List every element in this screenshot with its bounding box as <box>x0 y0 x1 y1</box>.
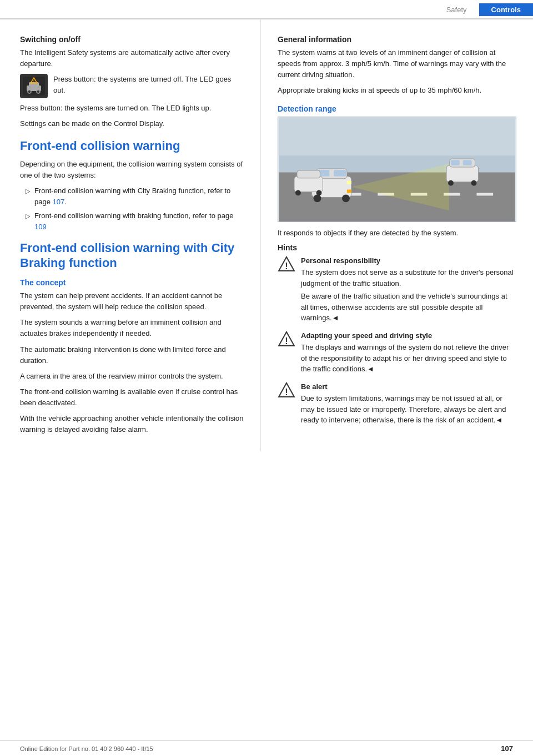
link-109[interactable]: 109 <box>34 223 47 231</box>
concept-title: The concept <box>20 278 244 287</box>
button-icon: ! <box>20 74 48 98</box>
concept-p1: The ystem can help prevent accidents. If… <box>20 290 244 313</box>
hint2-text: The displays and warnings of the system … <box>301 342 516 375</box>
hint-icon-2: ! <box>278 330 295 348</box>
switching-p1: The Intelligent Safety systems are autom… <box>20 47 244 69</box>
general-p2: Appropriate braking kicks in at speeds o… <box>278 85 516 96</box>
bullet-text-1: Front-end collision warning with City Br… <box>34 185 244 207</box>
svg-text:!: ! <box>285 387 288 397</box>
hint-content-3: Be alert Due to system limitations, warn… <box>301 381 516 426</box>
button-instruction-block: ! Press button: the systems are turned o… <box>20 74 244 98</box>
city-braking-title: Front-end collision warning with City Br… <box>20 241 244 270</box>
tab-controls[interactable]: Controls <box>479 3 533 16</box>
svg-text:!: ! <box>285 336 288 346</box>
svg-point-3 <box>28 90 31 93</box>
concept-p3: The automatic braking intervention is do… <box>20 344 244 366</box>
svg-rect-26 <box>446 165 478 182</box>
concept-p4: A camera in the area of the rearview mir… <box>20 371 244 382</box>
bullet-arrow-1: ▷ <box>26 187 30 207</box>
concept-p5: The front-end collision warning is avail… <box>20 386 244 409</box>
svg-rect-28 <box>451 160 460 165</box>
switching-title: Switching on/off <box>20 35 244 44</box>
svg-rect-16 <box>279 155 515 172</box>
svg-point-35 <box>316 190 322 195</box>
page-number: 107 <box>501 744 513 753</box>
link-107[interactable]: 107 <box>53 198 65 206</box>
bullet-list: ▷ Front-end collision warning with City … <box>26 185 244 232</box>
front-end-p1: Depending on the equipment, the collisio… <box>20 159 244 181</box>
right-column: General information The system warns at … <box>261 19 533 451</box>
bullet-arrow-2: ▷ <box>26 211 30 232</box>
svg-rect-24 <box>347 189 351 193</box>
hint1-p2: Be aware of the traffic situation and th… <box>301 291 516 324</box>
warning-triangle-icon-1: ! <box>278 255 295 273</box>
svg-rect-23 <box>347 180 351 184</box>
hint3-text: Due to system limitations, warnings may … <box>301 393 516 426</box>
detection-range-image <box>278 117 516 222</box>
bullet-item-1: ▷ Front-end collision warning with City … <box>26 185 244 207</box>
front-end-title: Front-end collision warning <box>20 139 244 153</box>
concept-p2: The system sounds a warning before an im… <box>20 317 244 339</box>
svg-rect-32 <box>294 176 323 191</box>
tab-safety[interactable]: Safety <box>434 3 479 16</box>
settings: Settings can be made on the Control Disp… <box>20 118 244 129</box>
svg-rect-20 <box>334 170 346 177</box>
warning-triangle-icon-2: ! <box>278 330 295 348</box>
button-instruction-text: Press button: the systems are turned off… <box>53 74 244 98</box>
hint-block-3: ! Be alert Due to system limitations, wa… <box>278 381 516 426</box>
svg-rect-33 <box>297 170 320 178</box>
warning-triangle-icon-3: ! <box>278 381 295 399</box>
detection-p1: It responds to objects if they are detec… <box>278 228 516 239</box>
general-p1: The system warns at two levels of an imm… <box>278 47 516 80</box>
bullet-text-2: Front-end collision warning with braking… <box>34 210 244 232</box>
hint-content-2: Adapting your speed and driving style Th… <box>301 330 516 375</box>
hint-icon-3: ! <box>278 381 295 399</box>
detection-svg <box>278 117 516 221</box>
svg-rect-29 <box>463 160 472 165</box>
press-on: Press button: the systems are turned on.… <box>20 103 244 114</box>
concept-p6: With the vehicle approaching another veh… <box>20 413 244 435</box>
svg-point-30 <box>448 180 454 185</box>
hint1-title: Personal responsibility <box>301 255 516 266</box>
svg-point-34 <box>295 190 301 195</box>
nav-tabs: Safety Controls <box>434 3 533 16</box>
hint-block-1: ! Personal responsibility The system doe… <box>278 255 516 324</box>
svg-rect-14 <box>476 193 493 195</box>
svg-text:!: ! <box>33 79 34 83</box>
left-far-car <box>294 170 323 196</box>
right-far-car <box>446 159 478 185</box>
svg-point-4 <box>37 90 40 93</box>
footer-text: Online Edition for Part no. 01 40 2 960 … <box>20 745 153 752</box>
hint3-title: Be alert <box>301 381 516 392</box>
left-column: Switching on/off The Intelligent Safety … <box>0 19 261 451</box>
general-title: General information <box>278 35 516 44</box>
bullet-item-2: ▷ Front-end collision warning with braki… <box>26 210 244 232</box>
hint2-title: Adapting your speed and driving style <box>301 330 516 341</box>
hint-content-1: Personal responsibility The system does … <box>301 255 516 324</box>
detection-title: Detection range <box>278 104 516 113</box>
hint-icon-1: ! <box>278 255 295 273</box>
hint1-text: The system does not serve as a substitut… <box>301 267 516 289</box>
btn-icon-svg: ! <box>23 77 45 95</box>
hint-block-2: ! Adapting your speed and driving style … <box>278 330 516 375</box>
svg-point-22 <box>342 194 350 202</box>
svg-text:!: ! <box>285 261 288 271</box>
page-header: Safety Controls <box>0 0 533 19</box>
main-content: Switching on/off The Intelligent Safety … <box>0 19 533 451</box>
hints-title: Hints <box>278 243 516 252</box>
page-footer: Online Edition for Part no. 01 40 2 960 … <box>0 740 533 756</box>
svg-point-21 <box>314 194 321 202</box>
svg-point-31 <box>471 180 477 185</box>
